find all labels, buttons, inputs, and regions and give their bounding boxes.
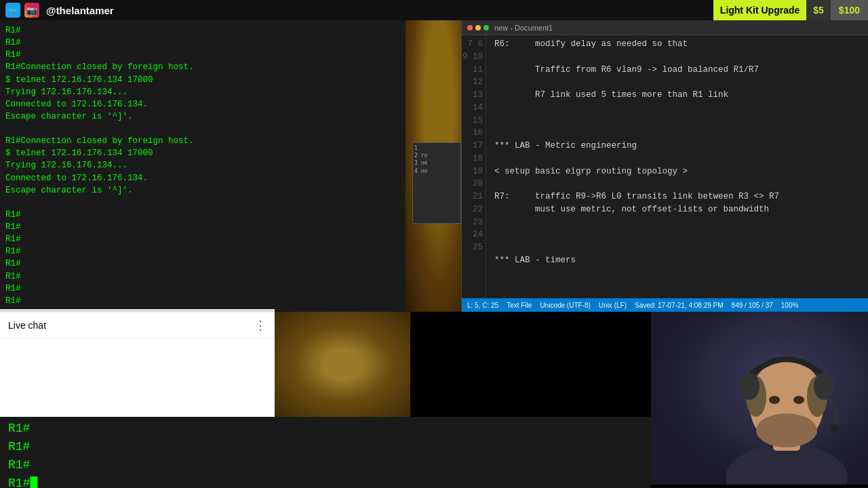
live-chat-title: Live chat [8,320,46,331]
svg-point-7 [814,373,834,400]
cat-visual-bottom [275,312,410,417]
svg-point-3 [756,413,817,447]
live-chat-header: Live chat ⋮ [0,312,275,338]
svg-point-6 [739,373,760,400]
terminal-bottom-content: R1# R1# R1# R1#█ [0,417,651,488]
terminal-top: R1# R1# R1# R1#Connection closed by fore… [0,20,406,312]
username: @thelantamer [46,5,114,16]
status-saved: Saved: 17-07-21, 4:08:29 PM [635,302,724,309]
svg-point-8 [830,424,838,432]
light-kit-banner: Light Kit Upgrade $5 $100 [713,0,868,20]
small-window: 1 2 ro 3 ne 4 no [412,142,461,224]
status-zoom: 100% [781,302,799,309]
editor-titlebar: new - Document1 [462,20,868,35]
twitter-icon[interactable]: 🐦 [5,3,20,18]
light-kit-label: Light Kit Upgrade [713,0,806,20]
webcam [651,312,868,485]
editor-content[interactable]: 7 8 9 10 11 12 13 14 15 16 17 18 19 20 2… [462,35,868,298]
minimize-button[interactable] [475,25,481,30]
terminal-bottom: R1# R1# R1# R1#█ [0,417,651,488]
editor-statusbar: L: 5, C: 25 Text File Unicode (UTF-8) Un… [462,298,868,312]
live-chat-panel: Live chat ⋮ [0,312,275,417]
svg-point-9 [769,396,780,404]
status-position: L: 5, C: 25 [467,302,498,309]
status-format: Unicode (UTF-8) [540,302,590,309]
terminal-top-content: R1# R1# R1# R1#Connection closed by fore… [0,20,406,311]
maximize-button[interactable] [484,25,489,30]
light-kit-price1: $5 [806,0,831,20]
line-numbers: 7 8 9 10 11 12 13 14 15 16 17 18 19 20 2… [462,35,486,298]
text-editor: new - Document1 7 8 9 10 11 12 13 14 15 … [461,20,868,312]
webcam-background [651,312,868,485]
close-button[interactable] [467,25,473,30]
light-kit-price2: $100 [831,0,868,20]
status-filetype: Text File [507,302,532,309]
social-icons: 🐦 📷 @thelantamer [0,3,114,18]
editor-title: new - Document1 [494,24,553,32]
live-chat-body [0,338,275,415]
svg-point-10 [793,396,804,404]
live-chat-menu-icon[interactable]: ⋮ [254,318,267,332]
instagram-icon[interactable]: 📷 [24,3,39,18]
status-line-ending: Unix (LF) [599,302,627,309]
status-stats: 849 / 105 / 37 [732,302,773,309]
cat-image-bottom [275,312,410,417]
person-silhouette [719,322,854,485]
top-bar: 🐦 📷 @thelantamer Light Kit Upgrade $5 $1… [0,0,868,20]
window-controls [467,25,489,30]
code-area[interactable]: R6: modify delay as needed so that Traff… [486,35,868,298]
